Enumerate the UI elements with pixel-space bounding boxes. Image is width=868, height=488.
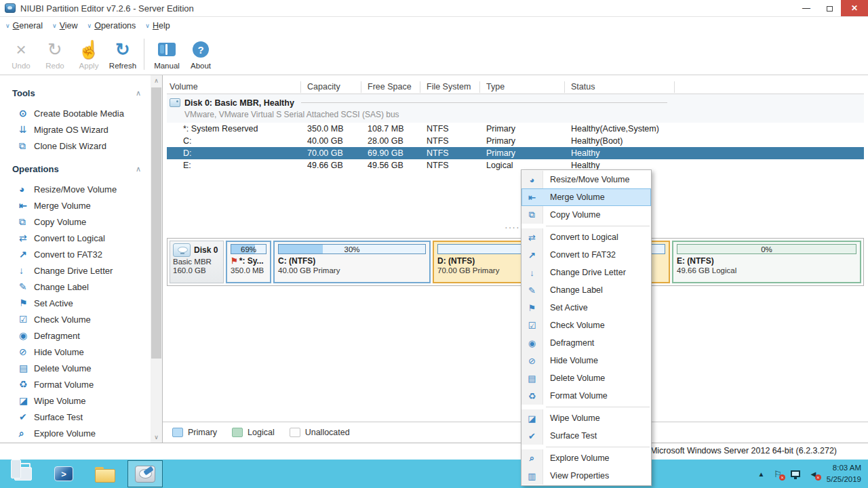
merge-icon <box>521 188 543 206</box>
context-menu: Resize/Move Volume Merge Volume Copy Vol… <box>521 169 652 486</box>
disk-info-block[interactable]: Disk 0 Basic MBR 160.0 GB <box>170 241 224 283</box>
context-menu-item-view-properties[interactable]: View Properties <box>521 467 651 485</box>
network-icon[interactable] <box>791 470 800 477</box>
status-bar: Microsoft Windows Server 2012 64-bit (6.… <box>0 443 868 460</box>
column-header-capacity[interactable]: Capacity <box>301 81 361 93</box>
system-tray: ▲ ⚐× ◄× 8:03 AM 5/25/2019 <box>757 460 868 487</box>
about-button[interactable]: ? About <box>184 36 218 73</box>
chevron-down-icon: ∨ <box>5 22 10 29</box>
sidebar-item-surface-test[interactable]: Surface Test <box>0 409 151 425</box>
taskbar-niubi-active[interactable] <box>127 460 163 487</box>
sidebar-item-change-drive-letter[interactable]: Change Drive Letter <box>0 262 151 279</box>
close-button[interactable]: ✕ <box>841 0 868 16</box>
context-menu-item-convert-to-logical[interactable]: Convert to Logical <box>521 228 651 246</box>
context-menu-item-copy-volume[interactable]: Copy Volume <box>521 206 651 224</box>
context-menu-item-change-label[interactable]: Change Label <box>521 281 651 299</box>
context-menu-item-surface-test[interactable]: Surface Test <box>521 427 651 445</box>
sidebar-section-tools[interactable]: Tools ∧ <box>0 85 151 101</box>
context-menu-item-check-volume[interactable]: Check Volume <box>521 317 651 334</box>
sidebar-item-format-volume[interactable]: Format Volume <box>0 376 151 392</box>
sidebar-section-operations[interactable]: Operations ∧ <box>0 161 151 177</box>
column-header-free-space[interactable]: Free Space <box>361 81 420 93</box>
minimize-button[interactable]: — <box>795 0 818 16</box>
context-menu-item-merge-volume[interactable]: Merge Volume <box>521 188 651 206</box>
sidebar-item-clone-disk-wizard[interactable]: Clone Disk Wizard <box>0 138 151 154</box>
check-volume-icon <box>19 314 34 325</box>
window-title: NIUBI Partition Editor v7.2.6 - Server E… <box>20 3 194 14</box>
restore-button[interactable] <box>818 0 841 16</box>
splitter-handle[interactable]: ···· <box>505 224 520 230</box>
sidebar-item-copy-volume[interactable]: Copy Volume <box>0 214 151 230</box>
error-badge-icon: × <box>779 474 785 481</box>
menu-help[interactable]: ∨Help <box>145 21 170 30</box>
menu-view[interactable]: ∨View <box>52 21 77 30</box>
redo-button[interactable]: ↻ Redo <box>38 36 72 73</box>
surface-test-icon <box>19 411 34 422</box>
format-volume-icon <box>521 387 543 405</box>
context-menu-item-explore-volume[interactable]: Explore Volume <box>521 449 651 467</box>
apply-button[interactable]: ☝ Apply <box>72 36 106 73</box>
sidebar-item-create-bootable-media[interactable]: Create Bootable Media <box>0 105 151 121</box>
scroll-down-icon[interactable]: ∨ <box>151 432 162 443</box>
sidebar-item-merge-volume[interactable]: Merge Volume <box>0 197 151 214</box>
sidebar-item-resize-move-volume[interactable]: Resize/Move Volume <box>0 181 151 197</box>
menu-operations[interactable]: ∨Operations <box>87 21 136 30</box>
scrollbar-thumb[interactable] <box>151 87 161 359</box>
manual-button[interactable]: Manual <box>150 36 184 73</box>
menu-general[interactable]: ∨General <box>5 21 43 30</box>
create-bootable-media-icon <box>19 108 34 119</box>
disk-group-row[interactable]: Disk 0: Basic MBR, Healthy VMware, VMwar… <box>167 94 864 123</box>
column-header-status[interactable]: Status <box>565 81 675 93</box>
context-menu-item-resize-move-volume[interactable]: Resize/Move Volume <box>521 171 651 188</box>
table-row-system-reserved[interactable]: *: System Reserved 350.0 MB 108.7 MB NTF… <box>167 123 864 135</box>
context-menu-item-hide-volume[interactable]: Hide Volume <box>521 352 651 369</box>
context-menu-item-delete-volume[interactable]: Delete Volume <box>521 369 651 387</box>
table-row-c[interactable]: C: 40.00 GB 28.00 GB NTFS Primary Health… <box>167 135 864 147</box>
context-menu-item-wipe-volume[interactable]: Wipe Volume <box>521 409 651 427</box>
action-center-flag-icon[interactable]: ⚐× <box>774 470 782 479</box>
sidebar-item-set-active[interactable]: Set Active <box>0 295 151 311</box>
partition-block-c[interactable]: 30% C: (NTFS) 40.00 GB Primary <box>273 241 431 283</box>
sidebar-item-check-volume[interactable]: Check Volume <box>0 311 151 327</box>
clone-disk-icon <box>19 140 34 152</box>
sidebar-item-convert-to-fat32[interactable]: Convert to FAT32 <box>0 246 151 262</box>
change-drive-letter-icon <box>19 265 34 276</box>
sidebar-item-defragment[interactable]: Defragment <box>0 327 151 344</box>
sidebar-item-hide-volume[interactable]: Hide Volume <box>0 344 151 360</box>
context-menu-item-format-volume[interactable]: Format Volume <box>521 387 651 405</box>
sidebar-item-delete-volume[interactable]: Delete Volume <box>0 360 151 376</box>
change-label-icon <box>521 281 543 299</box>
partition-block-system-reserved[interactable]: 69% ⚑*: Sy... 350.0 MB <box>226 241 271 283</box>
column-header-type[interactable]: Type <box>480 81 565 93</box>
partition-block-e[interactable]: 0% E: (NTFS) 49.66 GB Logical <box>672 241 861 283</box>
column-header-file-system[interactable]: File System <box>420 81 480 93</box>
context-menu-item-change-drive-letter[interactable]: Change Drive Letter <box>521 264 651 281</box>
taskbar-clock[interactable]: 8:03 AM 5/25/2019 <box>827 462 861 485</box>
refresh-button[interactable]: ↻ Refresh <box>106 36 140 73</box>
volume-muted-icon[interactable]: ◄× <box>809 470 818 479</box>
sidebar-item-explore-volume[interactable]: Explore Volume <box>0 425 151 441</box>
unallocated-swatch-icon <box>290 428 300 437</box>
taskbar-powershell[interactable]: > <box>46 460 81 487</box>
show-hidden-icons-chevron[interactable]: ▲ <box>757 470 764 478</box>
table-row-e[interactable]: E: 49.66 GB 49.56 GB NTFS Logical Health… <box>167 159 864 171</box>
server-manager-icon <box>14 467 32 481</box>
usage-bar: 30% <box>278 244 426 254</box>
toolbar: × Undo ↻ Redo ☝ Apply ↻ Refresh Manual ?… <box>0 34 868 75</box>
undo-button[interactable]: × Undo <box>4 36 38 73</box>
resize-move-icon <box>521 171 543 188</box>
sidebar-item-migrate-os-wizard[interactable]: Migrate OS Wizard <box>0 121 151 138</box>
sidebar-item-wipe-volume[interactable]: Wipe Volume <box>0 392 151 409</box>
context-menu-item-defragment[interactable]: Defragment <box>521 334 651 352</box>
sidebar-scrollbar[interactable]: ∧ ∨ <box>151 75 162 443</box>
scroll-up-icon[interactable]: ∧ <box>151 75 162 86</box>
context-menu-item-convert-to-fat32[interactable]: Convert to FAT32 <box>521 246 651 264</box>
taskbar-file-explorer[interactable] <box>87 460 122 487</box>
column-header-volume[interactable]: Volume <box>167 81 301 93</box>
sidebar-item-convert-to-logical[interactable]: Convert to Logical <box>0 230 151 246</box>
delete-volume-icon <box>19 363 34 373</box>
context-menu-item-set-active[interactable]: Set Active <box>521 299 651 317</box>
table-row-d-selected[interactable]: D: 70.00 GB 69.90 GB NTFS Primary Health… <box>167 147 864 159</box>
sidebar-item-change-label[interactable]: Change Label <box>0 279 151 295</box>
taskbar-server-manager[interactable] <box>5 460 41 487</box>
